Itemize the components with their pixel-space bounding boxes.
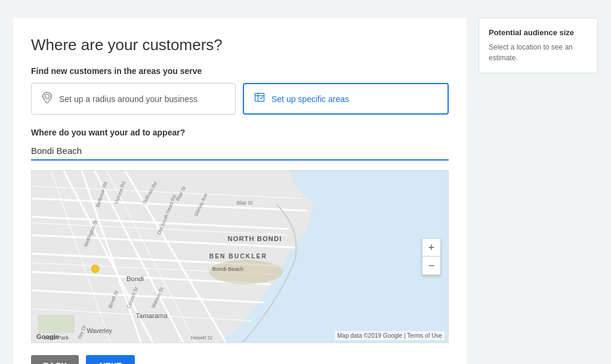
page-title: Where are your customers? (31, 36, 449, 54)
svg-text:Blair St: Blair St (237, 200, 253, 206)
svg-text:Bondi Beach: Bondi Beach (212, 266, 243, 272)
where-ad-label: Where do you want your ad to appear? (31, 128, 449, 137)
svg-rect-45 (38, 315, 75, 334)
search-container (31, 142, 449, 161)
svg-text:Hewett St: Hewett St (191, 335, 212, 341)
map-attribution: Map data ©2019 Google | Terms of Use (335, 331, 445, 340)
svg-text:Bondi: Bondi (126, 275, 144, 282)
next-button[interactable]: NEXT (86, 355, 134, 364)
audience-title: Potential audience size (489, 28, 588, 37)
google-logo: Google (36, 333, 59, 340)
svg-point-24 (92, 265, 99, 272)
svg-point-0 (45, 94, 50, 98)
radius-label: Set up a radius around your business (59, 94, 198, 104)
back-button[interactable]: BACK (31, 355, 79, 364)
location-options: Set up a radius around your business Set… (31, 83, 449, 115)
sidebar: Potential audience size Select a locatio… (479, 18, 598, 364)
specific-areas-icon (254, 91, 266, 106)
radius-option[interactable]: Set up a radius around your business (31, 83, 236, 115)
svg-point-1 (44, 93, 51, 100)
svg-text:Waverley: Waverley (87, 328, 112, 334)
map-zoom-controls: + − (422, 238, 441, 275)
svg-point-23 (209, 260, 283, 284)
radius-icon (41, 91, 53, 106)
footer-buttons: BACK NEXT (31, 355, 449, 364)
audience-desc: Select a location to see an estimate. (489, 42, 588, 63)
audience-card: Potential audience size Select a locatio… (479, 18, 598, 73)
map-container: NORTH BONDI BEN BUCKLER Bondi Beach Bond… (31, 170, 449, 343)
zoom-in-button[interactable]: + (422, 239, 440, 257)
main-content: Where are your customers? Find new custo… (13, 18, 467, 364)
find-customers-label: Find new customers in the areas you serv… (31, 66, 449, 76)
svg-text:NORTH BONDI: NORTH BONDI (227, 235, 282, 242)
zoom-out-button[interactable]: − (422, 257, 440, 274)
svg-text:BEN BUCKLER: BEN BUCKLER (209, 253, 267, 260)
specific-areas-label: Set up specific areas (271, 94, 349, 104)
page-container: Where are your customers? Find new custo… (13, 18, 598, 364)
location-search-input[interactable] (31, 142, 449, 161)
svg-text:Tamarama: Tamarama (135, 312, 168, 319)
specific-areas-option[interactable]: Set up specific areas (243, 83, 449, 115)
